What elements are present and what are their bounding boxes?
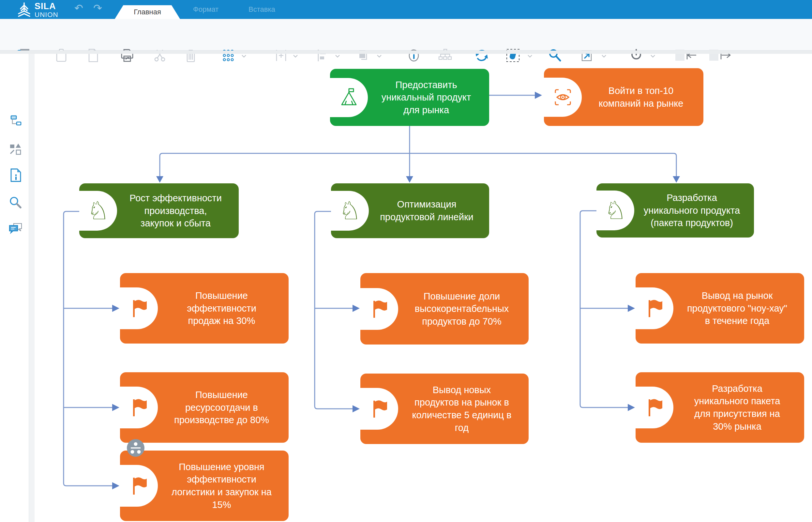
decomposition-badge-icon[interactable] xyxy=(126,439,145,457)
goal-6-label: Вывод на рынок продуктового "ноу-хау" в … xyxy=(675,273,799,344)
eye-focus-icon xyxy=(553,87,573,107)
flag-icon xyxy=(130,476,148,496)
power-chevron-icon[interactable] xyxy=(650,55,655,58)
vision-node[interactable]: Войти в топ-10 компаний на рынке xyxy=(544,68,703,126)
flag-icon xyxy=(370,399,389,419)
align-chevron-icon[interactable] xyxy=(335,55,340,58)
sidebar-gap xyxy=(29,54,35,522)
goal-6-icon-tab xyxy=(636,287,673,329)
goal-node-6[interactable]: Вывод на рынок продуктового "ноу-хау" в … xyxy=(636,273,804,344)
strategy-3-icon-tab: ♘ xyxy=(597,190,634,230)
goal-3-label: Повышение уровня эффективности логистики… xyxy=(159,450,284,521)
mountain-flag-icon xyxy=(338,87,359,108)
goal-5-icon-tab xyxy=(360,388,398,430)
layout-grid-chevron-icon[interactable] xyxy=(241,55,247,58)
logo: SILA UNION xyxy=(17,2,58,18)
goal-2-icon-tab xyxy=(120,387,158,428)
toolbar-separator xyxy=(0,51,812,54)
tab-insert[interactable]: Вставка xyxy=(249,0,275,19)
flag-icon xyxy=(370,299,389,319)
goal-node-4[interactable]: Повышение доли высокорентабельных продук… xyxy=(360,273,528,344)
selection-chevron-icon[interactable] xyxy=(527,55,533,58)
strategy-1-icon-tab: ♘ xyxy=(79,191,117,230)
tab-main-label: Главная xyxy=(134,8,161,16)
top-bar: SILA UNION ↶ ↷ Главная Формат Вставка xyxy=(0,0,812,19)
goal-2-label: Повышение ресурсоотдачи в производстве д… xyxy=(159,372,284,443)
strategy-node-1[interactable]: ♘ Рост эффективности производства, закуп… xyxy=(79,183,239,238)
chess-knight-icon: ♘ xyxy=(87,198,109,223)
vision-label: Войти в топ-10 компаний на рынке xyxy=(583,68,699,126)
mission-label: Предоставить уникальный продукт для рынк… xyxy=(367,69,486,126)
toolbar xyxy=(0,19,812,51)
shapes-palette-icon[interactable] xyxy=(9,143,22,156)
goal-1-label: Повышение эффективности продаж на 30% xyxy=(159,273,284,344)
goal-7-label: Разработка уникального пакета для присут… xyxy=(675,372,799,443)
left-sidebar xyxy=(0,54,29,522)
comments-icon[interactable] xyxy=(8,222,23,235)
strategy-node-2[interactable]: ♘ Оптимизация продуктовой линейки xyxy=(331,183,489,238)
goal-5-label: Вывод новых продуктов на рынок в количес… xyxy=(399,374,524,444)
strategy-3-label: Разработка уникального продукта (пакета … xyxy=(633,183,751,238)
flag-icon xyxy=(130,298,148,318)
goal-1-icon-tab xyxy=(120,287,158,329)
strategy-node-3[interactable]: ♘ Разработка уникального продукта (пакет… xyxy=(597,183,754,238)
open-external-chevron-icon[interactable] xyxy=(601,55,607,58)
chess-knight-icon: ♘ xyxy=(604,198,626,223)
distribute-chevron-icon[interactable] xyxy=(293,55,298,58)
goal-node-3[interactable]: Повышение уровня эффективности логистики… xyxy=(120,450,289,521)
goal-node-5[interactable]: Вывод новых продуктов на рынок в количес… xyxy=(360,374,528,444)
goal-3-icon-tab xyxy=(120,465,158,507)
vision-icon-tab xyxy=(544,78,582,117)
flag-icon xyxy=(130,397,148,418)
goal-node-2[interactable]: Повышение ресурсоотдачи в производстве д… xyxy=(120,372,289,443)
goal-4-icon-tab xyxy=(360,288,398,330)
goal-node-1[interactable]: Повышение эффективности продаж на 30% xyxy=(120,273,289,344)
tab-format[interactable]: Формат xyxy=(193,0,218,19)
model-navigator-icon[interactable] xyxy=(9,115,22,126)
document-info-icon[interactable] xyxy=(9,168,22,182)
undo-icon[interactable]: ↶ xyxy=(74,2,83,14)
goal-7-icon-tab xyxy=(636,387,673,428)
strategy-2-label: Оптимизация продуктовой линейки xyxy=(368,183,486,238)
mission-node[interactable]: Предоставить уникальный продукт для рынк… xyxy=(330,69,489,126)
tab-main[interactable]: Главная xyxy=(115,5,180,19)
flag-icon xyxy=(645,298,664,318)
goal-4-label: Повышение доли высокорентабельных продук… xyxy=(399,273,524,344)
chess-knight-icon: ♘ xyxy=(339,198,361,223)
strategy-1-label: Рост эффективности производства, закупок… xyxy=(116,183,235,238)
flag-icon xyxy=(645,397,664,418)
logo-icon xyxy=(17,2,31,18)
goal-node-7[interactable]: Разработка уникального пакета для присут… xyxy=(636,372,804,443)
logo-text-top: SILA xyxy=(35,2,58,11)
redo-icon[interactable]: ↷ xyxy=(93,2,102,14)
mission-icon-tab xyxy=(330,78,368,117)
strategy-2-icon-tab: ♘ xyxy=(331,191,369,230)
info-icon[interactable] xyxy=(407,48,421,63)
arrange-chevron-icon[interactable] xyxy=(377,55,382,58)
sidebar-search-icon[interactable] xyxy=(9,196,22,209)
logo-text-bottom: UNION xyxy=(35,11,58,18)
